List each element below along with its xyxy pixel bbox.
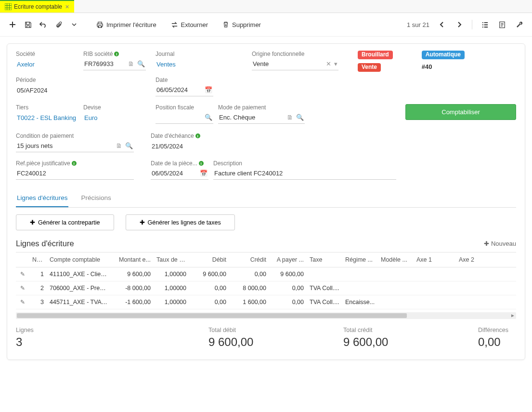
- pencil-icon[interactable]: ✎: [16, 281, 29, 295]
- table-row[interactable]: ✎1411100_AXE - Client...9 600,001,000009…: [16, 267, 516, 281]
- col-num[interactable]: N° ...: [29, 253, 47, 267]
- date-input[interactable]: 06/05/2024📅: [156, 85, 213, 96]
- payment-condition-label: Condition de paiement: [16, 133, 134, 139]
- col-topay[interactable]: A payer ...: [269, 253, 307, 267]
- fiscal-input[interactable]: 🔍: [156, 112, 213, 124]
- save-button[interactable]: [21, 18, 35, 31]
- total-credit-value: 9 600,00: [343, 335, 449, 349]
- prev-button[interactable]: [435, 18, 449, 31]
- journal-value[interactable]: Ventes: [156, 59, 228, 70]
- clear-icon[interactable]: ✕: [326, 60, 331, 67]
- cell-tax: [307, 271, 342, 278]
- dropdown-caret[interactable]: [67, 18, 81, 31]
- tab-details[interactable]: Précisions: [80, 190, 112, 207]
- cell-credit: 0,00: [229, 267, 269, 281]
- origin-select[interactable]: Vente✕▾: [252, 59, 338, 70]
- period-value: 05/AF2024: [16, 85, 78, 96]
- cell-account: 706000_AXE - Presta...: [47, 281, 111, 295]
- piece-date-input[interactable]: 06/05/2024📅: [151, 168, 208, 180]
- diff-value: 0,00: [478, 335, 508, 349]
- total-credit-label: Total crédit: [343, 327, 449, 333]
- cell-regime: [342, 271, 378, 278]
- col-amount[interactable]: Montant e...: [111, 253, 154, 267]
- company-value[interactable]: Axelor: [16, 59, 78, 70]
- undo-button[interactable]: [37, 18, 50, 31]
- currency-value[interactable]: Euro: [83, 112, 146, 124]
- rib-label: RIB société: [83, 51, 113, 57]
- tab-lines[interactable]: Lignes d'écritures: [16, 190, 68, 207]
- description-input[interactable]: Facture client FC240012: [213, 168, 396, 180]
- rib-input[interactable]: FR769933🗎🔍: [83, 59, 146, 70]
- attach-button[interactable]: [52, 18, 65, 31]
- col-axis2[interactable]: Axe 2: [445, 253, 477, 267]
- search-icon[interactable]: 🔍: [296, 114, 304, 121]
- ref-input[interactable]: FC240012: [16, 168, 134, 180]
- pager-text[interactable]: 1 sur 21: [407, 21, 429, 28]
- new-record-button[interactable]: [6, 18, 19, 31]
- cell-amount: -1 600,00: [111, 295, 154, 309]
- chevron-down-icon[interactable]: ▾: [334, 60, 337, 67]
- active-tab[interactable]: Ecriture comptable ✕: [0, 0, 74, 13]
- next-button[interactable]: [453, 18, 466, 31]
- trash-icon: [222, 21, 229, 28]
- scrollbar-thumb[interactable]: [17, 313, 407, 318]
- info-icon: i: [72, 161, 77, 166]
- wrench-icon[interactable]: [513, 18, 526, 31]
- cell-model: [378, 299, 414, 306]
- detail-tabs: Lignes d'écritures Précisions: [16, 190, 516, 208]
- lines-grid: N° ... Compte comptable Montant e... Tau…: [16, 252, 516, 309]
- payment-condition-input[interactable]: 15 jours nets🗎🔍: [16, 141, 134, 152]
- col-account[interactable]: Compte comptable: [47, 253, 111, 267]
- col-regime[interactable]: Régime ...: [342, 253, 378, 267]
- table-row[interactable]: ✎2706000_AXE - Presta...-8 000,001,00000…: [16, 281, 516, 295]
- col-tax[interactable]: Taxe: [307, 253, 342, 267]
- col-debit[interactable]: Débit: [189, 253, 229, 267]
- col-rate[interactable]: Taux de c...: [154, 253, 189, 267]
- search-icon[interactable]: 🔍: [205, 114, 212, 121]
- col-credit[interactable]: Crédit: [229, 253, 269, 267]
- search-icon[interactable]: 🔍: [125, 142, 133, 149]
- doc-icon[interactable]: 🗎: [287, 114, 293, 121]
- piece-date-label: Date de la pièce...: [151, 160, 197, 167]
- close-icon[interactable]: ✕: [65, 4, 69, 10]
- diff-label: Différences: [478, 327, 508, 333]
- generate-tax-lines-button[interactable]: ✚Générer les lignes de taxes: [126, 214, 235, 230]
- cell-credit: 1 600,00: [229, 295, 269, 309]
- document-tab-bar: Ecriture comptable ✕: [0, 0, 532, 13]
- cell-axis1: [414, 271, 445, 278]
- doc-icon[interactable]: 🗎: [128, 60, 134, 67]
- reverse-button[interactable]: Extourner: [167, 19, 212, 30]
- cell-tax: TVA Coll....: [307, 295, 342, 309]
- currency-label: Devise: [83, 104, 146, 111]
- partner-value[interactable]: T0022 - ESL Banking: [16, 112, 78, 125]
- due-date-value: 21/05/2024: [151, 141, 218, 152]
- cell-account: 411100_AXE - Client...: [47, 267, 111, 281]
- cell-debit: 0,00: [189, 295, 229, 309]
- cell-axis2: [445, 271, 477, 278]
- search-icon[interactable]: 🔍: [137, 60, 145, 67]
- horizontal-scrollbar[interactable]: ◄ ►: [16, 312, 516, 319]
- payment-mode-input[interactable]: Enc. Chèque🗎🔍: [218, 112, 305, 124]
- cell-model: [378, 271, 414, 278]
- cell-axis1: [414, 285, 445, 292]
- new-line-button[interactable]: ✚Nouveau: [484, 240, 516, 247]
- pencil-icon[interactable]: ✎: [16, 295, 29, 309]
- pencil-icon[interactable]: ✎: [16, 267, 29, 281]
- list-view-icon[interactable]: [478, 18, 492, 31]
- print-button[interactable]: Imprimer l'écriture: [92, 19, 160, 30]
- cell-num: 3: [29, 295, 47, 309]
- svg-rect-0: [5, 3, 12, 10]
- delete-button[interactable]: Supprimer: [219, 19, 265, 30]
- swap-icon: [171, 21, 178, 28]
- col-model[interactable]: Modèle ...: [378, 253, 414, 267]
- doc-icon[interactable]: 🗎: [116, 142, 122, 149]
- validate-button[interactable]: Comptabiliser: [405, 104, 516, 120]
- table-row[interactable]: ✎3445711_AXE - TVA N ...-1 600,001,00000…: [16, 295, 516, 309]
- generate-counterpart-button[interactable]: ✚Générer la contrepartie: [16, 214, 114, 230]
- form-view-icon[interactable]: [495, 18, 509, 31]
- cell-rate: 1,00000: [154, 267, 189, 281]
- calendar-icon[interactable]: 📅: [205, 86, 212, 93]
- calendar-icon[interactable]: 📅: [200, 170, 208, 177]
- col-axis1[interactable]: Axe 1: [414, 253, 445, 267]
- scroll-right-icon[interactable]: ►: [510, 313, 515, 318]
